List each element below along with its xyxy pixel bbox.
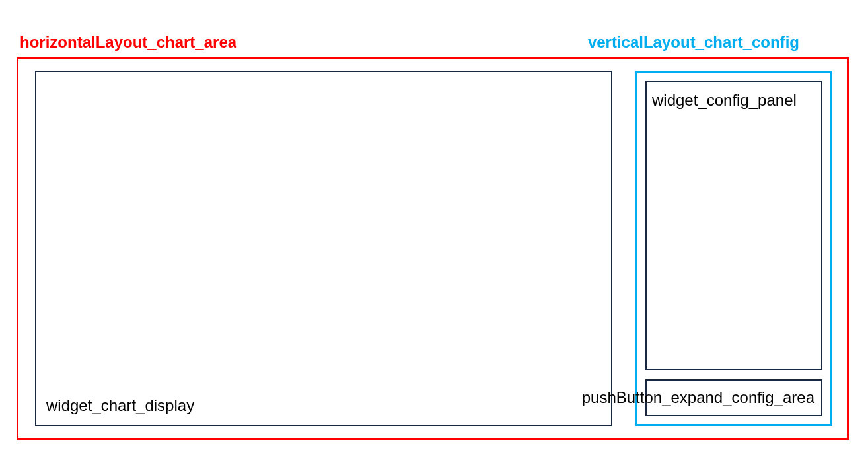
chart-display-label: widget_chart_display [46,396,194,415]
config-panel-label: widget_config_panel [652,91,797,110]
widget-chart-display: widget_chart_display [35,71,612,426]
widget-config-panel: widget_config_panel [645,81,822,370]
horizontal-layout-container: widget_chart_display widget_config_panel… [17,57,849,440]
push-button-expand-config-area[interactable]: pushButton_expand_config_area [645,379,822,416]
vertical-layout-label: verticalLayout_chart_config [588,33,799,52]
horizontal-layout-label: horizontalLayout_chart_area [20,33,236,52]
vertical-layout-chart-config: widget_config_panel pushButton_expand_co… [635,71,832,426]
expand-button-label: pushButton_expand_config_area [582,388,814,407]
inner-row: widget_chart_display widget_config_panel… [18,59,847,438]
